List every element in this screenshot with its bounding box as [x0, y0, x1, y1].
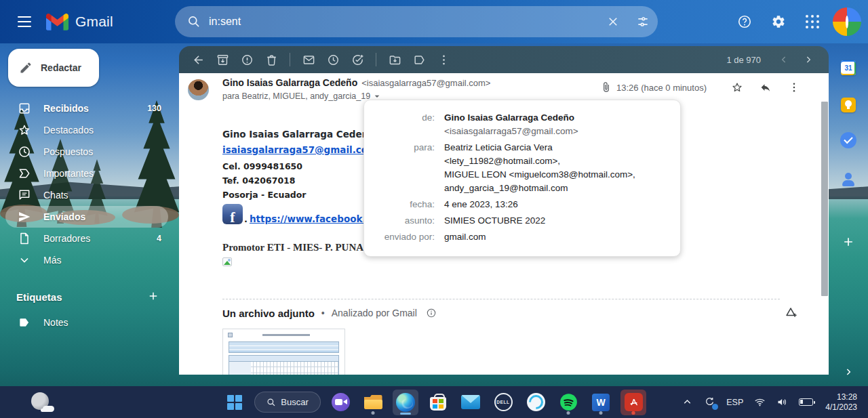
side-panel-rail: 31: [829, 43, 868, 375]
taskbar-icon-dell-app[interactable]: DELL: [490, 390, 516, 415]
tray-date: 4/1/2023: [825, 402, 857, 413]
hide-side-panel-chevron-icon[interactable]: [838, 362, 859, 382]
attachment-scanned-label: Analizado por Gmail: [332, 308, 417, 318]
battery-icon[interactable]: [795, 391, 817, 414]
sidebar-item-mas[interactable]: Más: [5, 249, 168, 271]
reply-icon[interactable]: [755, 77, 776, 98]
message-header: Gino Isaias Galarraga Cedeño <isaiasgala…: [222, 77, 605, 102]
wifi-icon[interactable]: [750, 391, 770, 414]
search-options-icon[interactable]: [628, 7, 658, 37]
add-to-tasks-icon[interactable]: [345, 48, 370, 71]
sidebar-label-items: Notes: [0, 312, 179, 333]
sidebar-item-pospuestos[interactable]: Pospuestos: [5, 141, 168, 163]
sidebar-item-destacados[interactable]: Destacados: [5, 119, 168, 141]
signature-email-link[interactable]: isaiasgalarraga57@gmail.com: [222, 144, 377, 155]
sidebar-item-enviados[interactable]: Enviados: [5, 206, 168, 228]
taskbar-icon-spotify[interactable]: [555, 390, 581, 415]
facebook-icon[interactable]: f: [222, 204, 243, 224]
mark-unread-icon[interactable]: [296, 48, 321, 71]
clear-search-icon[interactable]: [598, 7, 628, 37]
popup-field-value: SIMIES OCTUBRE 2022: [444, 214, 545, 228]
taskbar-icon-mail-app[interactable]: [458, 390, 484, 415]
calendar-icon[interactable]: 31: [838, 58, 859, 78]
sidebar-nav-items: Recibidos130DestacadosPospuestosImportan…: [0, 98, 179, 271]
tray-clock[interactable]: 13:28 4/1/2023: [820, 392, 863, 413]
sidebar-item-borradores[interactable]: Borradores4: [5, 228, 168, 249]
message-meta: 13:26 (hace 0 minutos): [600, 77, 804, 98]
settings-gear-icon[interactable]: [765, 8, 792, 35]
volume-icon[interactable]: [772, 391, 792, 414]
search-input[interactable]: [209, 16, 598, 28]
google-apps-grid-icon[interactable]: [799, 8, 826, 35]
more-options-icon[interactable]: [784, 77, 804, 98]
gmail-logo[interactable]: Gmail: [46, 14, 126, 30]
sender-email: <isaiasgalarraga57@gmail.com>: [361, 78, 490, 88]
attachment-title: Un archivo adjunto: [222, 308, 315, 319]
taskbar-icon-video-call-app[interactable]: [328, 390, 353, 415]
taskbar-icon-acrobat[interactable]: [620, 390, 646, 415]
taskbar-icon-microsoft-store[interactable]: [425, 390, 451, 415]
popup-field-label: de:: [374, 111, 444, 138]
scrollbar-thumb[interactable]: [821, 102, 828, 296]
add-all-to-drive-icon[interactable]: [780, 301, 802, 323]
avatar-photo: [846, 16, 848, 28]
account-avatar[interactable]: [833, 7, 861, 36]
labels-icon[interactable]: [407, 48, 431, 71]
back-icon[interactable]: [186, 48, 210, 71]
toolbar-actions: [186, 48, 456, 71]
popup-field-value: Gino Isaias Galarraga Cedeño<isaiasgalar…: [444, 111, 578, 138]
sidebar-item-recibidos[interactable]: Recibidos130: [5, 98, 168, 119]
search-icon: [267, 398, 276, 407]
taskbar-search[interactable]: Buscar: [254, 392, 321, 413]
move-to-icon[interactable]: [382, 48, 407, 71]
unread-count: 130: [147, 104, 168, 113]
info-icon[interactable]: [424, 306, 439, 320]
taskbar-icon-alexa-app[interactable]: [523, 390, 549, 415]
recipients-summary: para Beatriz, MIGUEL, andy_garcia_19: [222, 91, 370, 101]
label-tag-icon: [18, 316, 31, 329]
facebook-dot: .: [244, 214, 248, 224]
get-addons-plus-icon[interactable]: [838, 232, 859, 252]
attachment-header: Un archivo adjunto • Analizado por Gmail: [222, 306, 439, 320]
popup-row: enviado por:gmail.com: [374, 230, 667, 244]
sidebar-item-chats[interactable]: Chats: [5, 184, 168, 206]
taskbar-icon-word[interactable]: W: [588, 390, 614, 415]
main-menu-button[interactable]: [8, 5, 41, 38]
tray-chevron-up-icon[interactable]: [677, 391, 697, 414]
delete-icon[interactable]: [259, 48, 283, 71]
popup-field-value: gmail.com: [444, 230, 486, 244]
weather-widget-icon[interactable]: [30, 391, 54, 414]
tasks-icon[interactable]: [838, 130, 859, 150]
attachment-thumbnail-spreadsheet[interactable]: [222, 329, 345, 375]
gmail-header: Gmail: [0, 0, 868, 43]
archive-icon[interactable]: [210, 48, 235, 71]
help-icon[interactable]: [731, 8, 758, 35]
toolbar-pagination: 1 de 970: [726, 49, 819, 70]
sender-name: Gino Isaias Galarraga Cedeño: [222, 77, 357, 88]
older-chevron-right-icon[interactable]: [797, 49, 819, 70]
report-spam-icon[interactable]: [235, 48, 259, 71]
broken-image-icon: [222, 257, 232, 266]
start-button[interactable]: [222, 390, 248, 415]
sidebar-item-importantes[interactable]: Importantes: [5, 163, 168, 184]
more-icon[interactable]: [431, 48, 456, 71]
taskbar-icon-edge-browser[interactable]: [393, 390, 418, 415]
sidebar-label-notes[interactable]: Notes: [5, 312, 168, 333]
search-icon[interactable]: [179, 7, 209, 37]
snooze-icon[interactable]: [321, 48, 345, 71]
sync-update-icon[interactable]: [700, 391, 719, 414]
windows-taskbar: Buscar DELLW ESP 13:28 4/1/2023: [0, 386, 868, 418]
sender-avatar[interactable]: [188, 79, 209, 100]
chat-icon: [18, 188, 31, 202]
add-label-icon[interactable]: [144, 287, 163, 306]
popup-field-value: Beatriz Leticia Garcia Vera<lety_11982@h…: [444, 141, 635, 195]
star-icon[interactable]: [727, 77, 747, 98]
newer-chevron-left-icon[interactable]: [773, 49, 795, 70]
inbox-icon: [18, 102, 31, 115]
gmail-sidebar: Redactar Recibidos130DestacadosPospuesto…: [0, 43, 179, 375]
contacts-icon[interactable]: [838, 169, 859, 190]
taskbar-icon-file-explorer[interactable]: [360, 390, 386, 415]
compose-button[interactable]: Redactar: [8, 49, 99, 87]
keep-icon[interactable]: [838, 95, 859, 115]
language-indicator[interactable]: ESP: [722, 391, 747, 414]
